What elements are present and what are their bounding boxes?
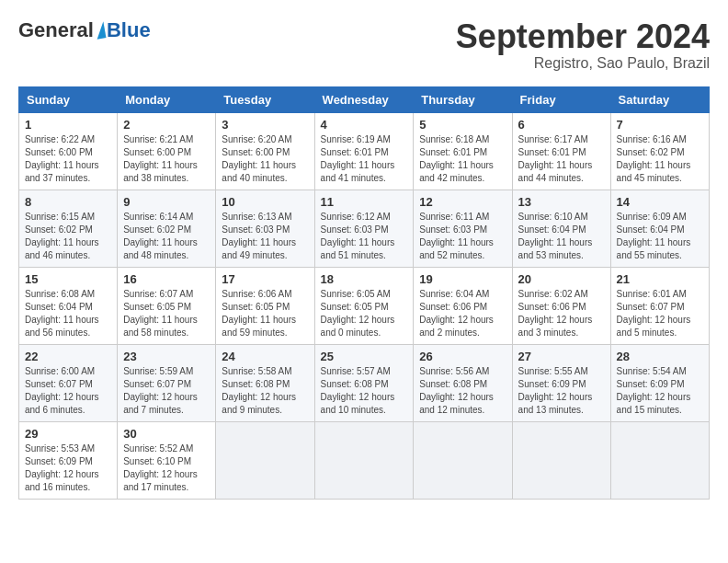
calendar-cell: 30Sunrise: 5:52 AMSunset: 6:10 PMDayligh… — [118, 421, 216, 499]
calendar-cell: 7Sunrise: 6:16 AMSunset: 6:02 PMDaylight… — [610, 112, 709, 190]
calendar-cell: 16Sunrise: 6:07 AMSunset: 6:05 PMDayligh… — [118, 267, 216, 344]
day-info: Sunrise: 6:17 AMSunset: 6:01 PMDaylight:… — [518, 133, 605, 185]
day-number: 7 — [617, 118, 703, 132]
weekday-header-tuesday: Tuesday — [216, 86, 314, 112]
calendar-cell: 18Sunrise: 6:05 AMSunset: 6:05 PMDayligh… — [314, 267, 414, 344]
weekday-header-saturday: Saturday — [610, 86, 709, 112]
day-number: 19 — [419, 272, 506, 286]
calendar-cell — [512, 421, 610, 499]
day-number: 12 — [419, 195, 506, 209]
calendar-cell: 17Sunrise: 6:06 AMSunset: 6:05 PMDayligh… — [216, 267, 314, 344]
calendar-cell: 5Sunrise: 6:18 AMSunset: 6:01 PMDaylight… — [414, 112, 512, 190]
day-info: Sunrise: 5:59 AMSunset: 6:07 PMDaylight:… — [123, 365, 210, 417]
day-info: Sunrise: 6:15 AMSunset: 6:02 PMDaylight:… — [25, 211, 111, 262]
weekday-header-friday: Friday — [512, 86, 610, 112]
day-number: 17 — [222, 272, 308, 286]
weekday-header-wednesday: Wednesday — [314, 86, 414, 112]
day-number: 20 — [518, 272, 605, 286]
weekday-header-sunday: Sunday — [19, 86, 118, 112]
day-info: Sunrise: 6:22 AMSunset: 6:00 PMDaylight:… — [25, 133, 111, 185]
day-number: 5 — [419, 118, 506, 132]
calendar-cell — [216, 421, 314, 499]
calendar-week-row: 22Sunrise: 6:00 AMSunset: 6:07 PMDayligh… — [19, 344, 710, 421]
calendar-cell: 15Sunrise: 6:08 AMSunset: 6:04 PMDayligh… — [19, 267, 118, 344]
calendar-cell: 21Sunrise: 6:01 AMSunset: 6:07 PMDayligh… — [610, 267, 709, 344]
weekday-header-monday: Monday — [118, 86, 216, 112]
day-number: 28 — [617, 350, 703, 363]
day-info: Sunrise: 6:04 AMSunset: 6:06 PMDaylight:… — [419, 288, 506, 339]
calendar-cell: 23Sunrise: 5:59 AMSunset: 6:07 PMDayligh… — [118, 344, 216, 421]
day-number: 24 — [222, 350, 308, 363]
day-info: Sunrise: 6:16 AMSunset: 6:02 PMDaylight:… — [617, 133, 703, 185]
calendar-cell: 19Sunrise: 6:04 AMSunset: 6:06 PMDayligh… — [414, 267, 512, 344]
calendar-cell: 24Sunrise: 5:58 AMSunset: 6:08 PMDayligh… — [216, 344, 314, 421]
day-number: 2 — [123, 118, 210, 132]
day-number: 3 — [222, 118, 308, 132]
day-info: Sunrise: 6:12 AMSunset: 6:03 PMDaylight:… — [321, 211, 408, 262]
location-text: Registro, Sao Paulo, Brazil — [456, 55, 710, 72]
calendar-cell: 8Sunrise: 6:15 AMSunset: 6:02 PMDaylight… — [19, 190, 118, 267]
calendar-cell: 20Sunrise: 6:02 AMSunset: 6:06 PMDayligh… — [512, 267, 610, 344]
day-number: 18 — [321, 272, 408, 286]
day-number: 26 — [419, 350, 506, 363]
calendar-cell: 27Sunrise: 5:55 AMSunset: 6:09 PMDayligh… — [512, 344, 610, 421]
calendar-cell: 22Sunrise: 6:00 AMSunset: 6:07 PMDayligh… — [19, 344, 118, 421]
day-info: Sunrise: 5:54 AMSunset: 6:09 PMDaylight:… — [617, 365, 703, 417]
calendar-cell: 29Sunrise: 5:53 AMSunset: 6:09 PMDayligh… — [19, 421, 118, 499]
weekday-header-row: SundayMondayTuesdayWednesdayThursdayFrid… — [19, 86, 710, 112]
month-title: September 2024 — [456, 18, 710, 55]
day-number: 30 — [123, 427, 210, 441]
day-number: 11 — [321, 195, 408, 209]
calendar-cell — [314, 421, 414, 499]
calendar-cell: 4Sunrise: 6:19 AMSunset: 6:01 PMDaylight… — [314, 112, 414, 190]
calendar-cell: 2Sunrise: 6:21 AMSunset: 6:00 PMDaylight… — [118, 112, 216, 190]
day-number: 22 — [25, 350, 111, 363]
day-number: 13 — [518, 195, 605, 209]
calendar-week-row: 1Sunrise: 6:22 AMSunset: 6:00 PMDaylight… — [19, 112, 710, 190]
day-number: 27 — [518, 350, 605, 363]
title-block: September 2024 Registro, Sao Paulo, Braz… — [456, 18, 710, 72]
day-number: 10 — [222, 195, 308, 209]
day-number: 1 — [25, 118, 111, 132]
calendar-cell: 14Sunrise: 6:09 AMSunset: 6:04 PMDayligh… — [610, 190, 709, 267]
day-info: Sunrise: 5:56 AMSunset: 6:08 PMDaylight:… — [419, 365, 506, 417]
calendar-week-row: 8Sunrise: 6:15 AMSunset: 6:02 PMDaylight… — [19, 190, 710, 267]
day-number: 16 — [123, 272, 210, 286]
calendar-cell — [414, 421, 512, 499]
calendar-cell: 11Sunrise: 6:12 AMSunset: 6:03 PMDayligh… — [314, 190, 414, 267]
day-number: 25 — [321, 350, 408, 363]
logo-blue-text: Blue — [107, 18, 151, 42]
day-info: Sunrise: 6:11 AMSunset: 6:03 PMDaylight:… — [419, 211, 506, 262]
day-info: Sunrise: 5:52 AMSunset: 6:10 PMDaylight:… — [123, 442, 210, 494]
page-header: General Blue September 2024 Registro, Sa… — [18, 18, 710, 72]
day-number: 29 — [25, 427, 111, 441]
day-number: 14 — [617, 195, 703, 209]
day-info: Sunrise: 6:09 AMSunset: 6:04 PMDaylight:… — [617, 211, 703, 262]
day-info: Sunrise: 5:55 AMSunset: 6:09 PMDaylight:… — [518, 365, 605, 417]
calendar-cell: 13Sunrise: 6:10 AMSunset: 6:04 PMDayligh… — [512, 190, 610, 267]
calendar-cell: 6Sunrise: 6:17 AMSunset: 6:01 PMDaylight… — [512, 112, 610, 190]
day-info: Sunrise: 6:05 AMSunset: 6:05 PMDaylight:… — [321, 288, 408, 339]
day-number: 21 — [617, 272, 703, 286]
day-info: Sunrise: 6:02 AMSunset: 6:06 PMDaylight:… — [518, 288, 605, 339]
day-info: Sunrise: 6:08 AMSunset: 6:04 PMDaylight:… — [25, 288, 111, 339]
calendar-cell: 1Sunrise: 6:22 AMSunset: 6:00 PMDaylight… — [19, 112, 118, 190]
day-info: Sunrise: 6:07 AMSunset: 6:05 PMDaylight:… — [123, 288, 210, 339]
day-number: 8 — [25, 195, 111, 209]
day-number: 23 — [123, 350, 210, 363]
day-info: Sunrise: 6:21 AMSunset: 6:00 PMDaylight:… — [123, 133, 210, 185]
day-info: Sunrise: 6:01 AMSunset: 6:07 PMDaylight:… — [617, 288, 703, 339]
logo: General Blue — [18, 18, 151, 42]
day-info: Sunrise: 5:53 AMSunset: 6:09 PMDaylight:… — [25, 442, 111, 494]
day-info: Sunrise: 6:10 AMSunset: 6:04 PMDaylight:… — [518, 211, 605, 262]
weekday-header-thursday: Thursday — [414, 86, 512, 112]
calendar-week-row: 29Sunrise: 5:53 AMSunset: 6:09 PMDayligh… — [19, 421, 710, 499]
calendar-cell: 28Sunrise: 5:54 AMSunset: 6:09 PMDayligh… — [610, 344, 709, 421]
calendar-cell: 12Sunrise: 6:11 AMSunset: 6:03 PMDayligh… — [414, 190, 512, 267]
day-info: Sunrise: 6:18 AMSunset: 6:01 PMDaylight:… — [419, 133, 506, 185]
day-number: 15 — [25, 272, 111, 286]
calendar-cell — [610, 421, 709, 499]
day-info: Sunrise: 6:19 AMSunset: 6:01 PMDaylight:… — [321, 133, 408, 185]
day-info: Sunrise: 5:57 AMSunset: 6:08 PMDaylight:… — [321, 365, 408, 417]
day-info: Sunrise: 6:14 AMSunset: 6:02 PMDaylight:… — [123, 211, 210, 262]
